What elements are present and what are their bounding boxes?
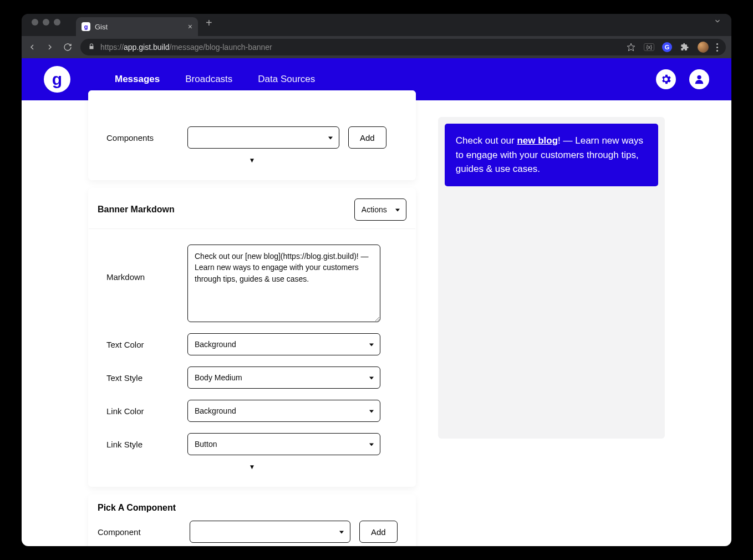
components-select[interactable] (187, 126, 339, 149)
nav-data-sources[interactable]: Data Sources (258, 74, 315, 85)
window-controls (22, 19, 68, 31)
link-color-label: Link Color (106, 406, 179, 416)
collapse-caret-icon[interactable]: ▼ (98, 461, 406, 476)
url-text: https://app.gist.build/message/blog-laun… (100, 43, 272, 52)
minimize-window-icon[interactable] (43, 19, 49, 26)
link-color-select[interactable]: Background (187, 400, 380, 422)
text-style-select[interactable]: Body Medium (187, 366, 380, 389)
browser-toolbar: https://app.gist.build/message/blog-laun… (22, 36, 731, 58)
text-color-label: Text Color (106, 340, 179, 349)
lock-icon (88, 43, 95, 52)
component-select[interactable] (190, 521, 350, 543)
bookmark-star-icon[interactable] (626, 42, 636, 52)
svg-point-1 (697, 75, 701, 79)
forward-button[interactable] (45, 42, 55, 52)
banner-markdown-title: Banner Markdown (98, 205, 175, 215)
settings-icon[interactable] (656, 69, 676, 89)
svg-marker-0 (628, 43, 635, 50)
preview-panel: Check out our new blog! — Learn new ways… (438, 117, 665, 439)
markdown-textarea[interactable] (187, 245, 380, 322)
new-tab-button[interactable]: + (198, 17, 212, 34)
banner-preview: Check out our new blog! — Learn new ways… (445, 124, 658, 186)
browser-tab[interactable]: g Gist × (76, 17, 198, 36)
card-banner-markdown: Banner Markdown Actions Markdown (88, 188, 416, 487)
tab-favicon: g (82, 22, 90, 31)
card-pick-component: Pick A Component Component Add (88, 495, 416, 546)
back-button[interactable] (27, 42, 37, 52)
app-content: Components Add ▼ (22, 100, 731, 546)
component-add-button[interactable]: Add (359, 521, 398, 543)
preview-column: Check out our new blog! — Learn new ways… (438, 100, 665, 439)
browser-menu-icon[interactable] (716, 43, 718, 52)
banner-text-pre: Check out our (456, 135, 517, 146)
pick-component-title: Pick A Component (89, 495, 415, 518)
browser-window: g Gist × + https://app.gist.bu (22, 14, 731, 546)
text-color-select[interactable]: Background (187, 333, 380, 355)
banner-link[interactable]: new blog (517, 135, 558, 146)
maximize-window-icon[interactable] (54, 19, 60, 26)
profile-avatar[interactable] (698, 42, 709, 53)
text-style-label: Text Style (106, 373, 179, 383)
app-logo[interactable]: g (44, 66, 70, 93)
close-tab-icon[interactable]: × (188, 22, 192, 31)
account-icon[interactable] (689, 69, 709, 89)
main-nav: Messages Broadcasts Data Sources (115, 74, 315, 85)
nav-messages[interactable]: Messages (115, 74, 160, 85)
tabstrip-overflow-icon[interactable] (714, 17, 731, 33)
tab-title: Gist (95, 23, 108, 31)
close-window-icon[interactable] (32, 19, 38, 26)
extensions-icon[interactable] (680, 42, 690, 52)
component-label: Component (98, 527, 181, 537)
collapse-caret-icon[interactable]: ▼ (98, 154, 406, 170)
editor-column: Components Add ▼ (88, 100, 416, 546)
components-add-button[interactable]: Add (348, 126, 386, 149)
components-label: Components (106, 133, 179, 142)
markdown-label: Markdown (106, 245, 179, 282)
extension-badge-icon[interactable]: {x} (644, 43, 654, 51)
link-style-select[interactable]: Button (187, 433, 380, 455)
card-top-partial: Components Add ▼ (88, 90, 416, 180)
reload-button[interactable] (63, 42, 73, 52)
banner-actions-select[interactable]: Actions (354, 198, 406, 221)
browser-titlebar: g Gist × + (22, 14, 731, 36)
extension-gist-icon[interactable]: G (662, 42, 672, 52)
address-bar[interactable]: https://app.gist.build/message/blog-laun… (80, 39, 726, 55)
nav-broadcasts[interactable]: Broadcasts (185, 74, 232, 85)
link-style-label: Link Style (106, 440, 179, 449)
